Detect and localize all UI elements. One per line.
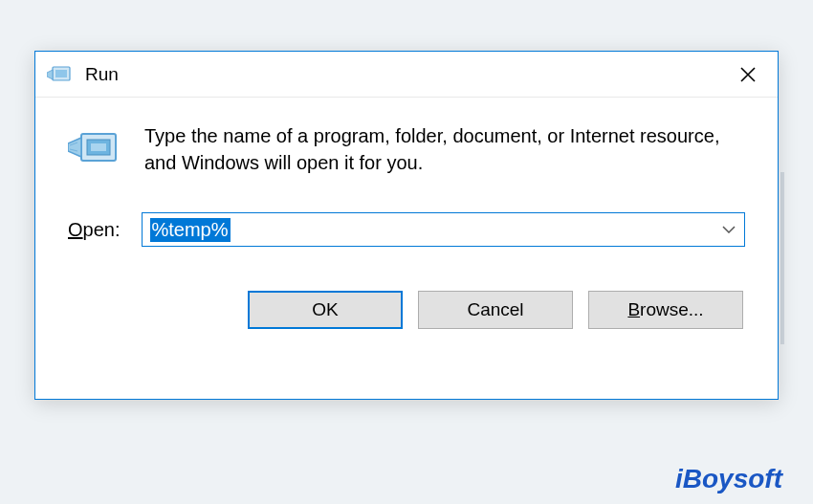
close-button[interactable] (726, 55, 770, 94)
ok-button[interactable]: OK (248, 291, 403, 329)
close-icon (740, 67, 756, 82)
svg-rect-1 (55, 70, 67, 77)
background-hint (780, 172, 784, 344)
titlebar[interactable]: Run (35, 52, 778, 98)
run-icon-large (68, 124, 121, 174)
open-label: Open: (68, 219, 121, 241)
svg-rect-4 (91, 143, 106, 151)
input-value-selected: %temp% (150, 218, 231, 242)
button-row: OK Cancel Browse... (68, 291, 745, 329)
combobox-dropdown-button[interactable] (714, 213, 744, 246)
description-text: Type the name of a program, folder, docu… (144, 122, 745, 176)
input-row: Open: %temp% (68, 212, 745, 247)
watermark: iBoysoft (675, 464, 782, 494)
run-icon (47, 63, 74, 86)
description-row: Type the name of a program, folder, docu… (68, 122, 745, 176)
browse-button[interactable]: Browse... (588, 291, 743, 329)
open-combobox[interactable]: %temp% (142, 212, 746, 247)
chevron-down-icon (722, 226, 736, 233)
open-input[interactable]: %temp% (143, 213, 714, 246)
dialog-title: Run (85, 64, 726, 85)
run-dialog: Run Type the name of a program, folder, … (34, 51, 779, 400)
cancel-button[interactable]: Cancel (418, 291, 573, 329)
dialog-content: Type the name of a program, folder, docu… (35, 98, 778, 329)
